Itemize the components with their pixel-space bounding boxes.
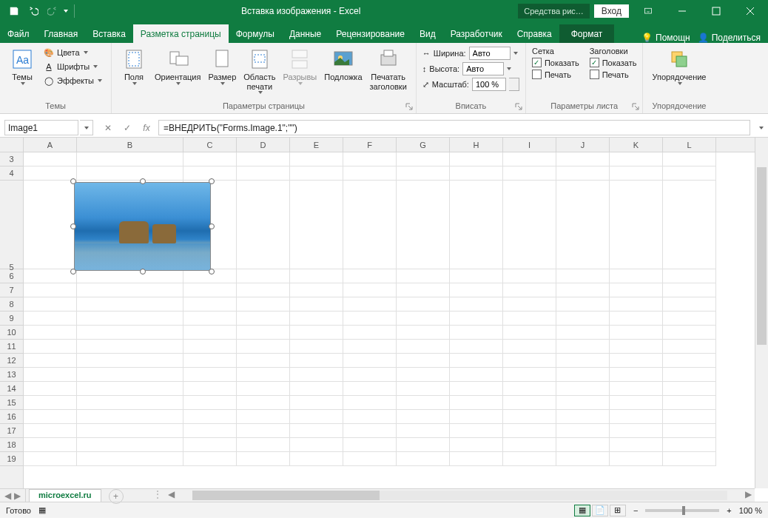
zoom-slider[interactable] (645, 509, 719, 512)
tab-view[interactable]: Вид (412, 24, 443, 43)
tab-developer[interactable]: Разработчик (443, 24, 510, 43)
tab-page-layout[interactable]: Разметка страницы (133, 24, 229, 43)
row-header-8[interactable]: 8 (0, 297, 23, 312)
row-header-6[interactable]: 6 (0, 269, 23, 283)
row-header-10[interactable]: 10 (0, 326, 23, 340)
dialog-launcher-icon[interactable] (514, 102, 523, 111)
gridlines-view-check[interactable]: Показать (532, 57, 579, 68)
cancel-formula-icon[interactable]: ✕ (101, 123, 115, 133)
themes-button[interactable]: Aa Темы (6, 46, 38, 85)
row-header-4[interactable]: 4 (0, 166, 23, 181)
page-layout-view-button[interactable]: 📄 (592, 505, 608, 516)
formula-input[interactable]: =ВНЕДРИТЬ("Forms.Image.1";"") (158, 120, 750, 135)
margins-button[interactable]: Поля (118, 46, 150, 85)
print-titles-button[interactable]: Печататьзаголовки (367, 46, 410, 91)
cells-area[interactable] (24, 152, 755, 488)
col-header-F[interactable]: F (343, 138, 397, 152)
contextual-tools-tab[interactable]: Средства рис… (518, 4, 590, 18)
resize-handle-w[interactable] (70, 223, 76, 229)
theme-colors[interactable]: 🎨Цвета (40, 46, 105, 59)
arrange-button[interactable]: Упорядочение (649, 46, 709, 85)
tab-help[interactable]: Справка (510, 24, 559, 43)
page-break-view-button[interactable]: ⊞ (610, 505, 626, 516)
horizontal-scrollbar[interactable] (192, 491, 727, 500)
size-button[interactable]: Размер (205, 46, 239, 85)
col-header-L[interactable]: L (663, 138, 716, 152)
normal-view-button[interactable]: ▦ (574, 505, 590, 516)
print-area-button[interactable]: Областьпечати (240, 46, 278, 94)
tab-insert[interactable]: Вставка (85, 24, 133, 43)
headings-print-check[interactable]: Печать (590, 69, 637, 80)
resize-handle-s[interactable] (140, 269, 146, 275)
tab-home[interactable]: Главная (37, 24, 86, 43)
resize-handle-e[interactable] (209, 223, 215, 229)
row-header-16[interactable]: 16 (0, 410, 23, 424)
minimize-icon[interactable] (667, 0, 697, 22)
resize-handle-n[interactable] (140, 178, 146, 184)
resize-handle-ne[interactable] (209, 178, 215, 184)
width-input[interactable] (469, 47, 511, 60)
col-header-J[interactable]: J (556, 138, 610, 152)
height-input[interactable] (462, 62, 504, 75)
row-header-5[interactable]: 5 (0, 181, 23, 269)
name-box[interactable]: Image1 (4, 120, 78, 135)
redo-icon[interactable] (44, 3, 61, 19)
tab-file[interactable]: Файл (0, 24, 37, 43)
sheet-nav-next-icon[interactable]: ▶ (14, 491, 21, 501)
dropdown-icon[interactable] (507, 67, 511, 70)
col-header-K[interactable]: K (610, 138, 663, 152)
row-header-3[interactable]: 3 (0, 152, 23, 166)
row-header-14[interactable]: 14 (0, 382, 23, 396)
col-header-A[interactable]: A (24, 138, 77, 152)
insert-function-icon[interactable]: fx (139, 123, 154, 133)
zoom-in-button[interactable]: + (727, 506, 731, 515)
col-header-C[interactable]: C (183, 138, 237, 152)
embedded-image-object[interactable] (74, 182, 211, 271)
row-header-12[interactable]: 12 (0, 354, 23, 368)
row-header-17[interactable]: 17 (0, 424, 23, 438)
zoom-level[interactable]: 100 % (739, 506, 762, 515)
orientation-button[interactable]: Ориентация (152, 46, 203, 85)
sheet-nav-prev-icon[interactable]: ◀ (4, 491, 11, 501)
name-box-dropdown[interactable] (80, 120, 93, 135)
headings-view-check[interactable]: Показать (590, 57, 637, 68)
save-icon[interactable] (6, 3, 22, 19)
breaks-button[interactable]: Разрывы (280, 46, 320, 85)
theme-fonts[interactable]: AШрифты (40, 60, 105, 73)
enter-formula-icon[interactable]: ✓ (120, 123, 135, 133)
login-button[interactable]: Вход (594, 4, 629, 18)
tab-data[interactable]: Данные (282, 24, 329, 43)
theme-effects[interactable]: ◯Эффекты (40, 74, 105, 87)
scale-input[interactable] (472, 78, 506, 91)
col-header-D[interactable]: D (237, 138, 290, 152)
undo-icon[interactable] (25, 3, 41, 19)
gridlines-print-check[interactable]: Печать (532, 69, 579, 80)
dialog-launcher-icon[interactable] (631, 102, 640, 111)
tab-review[interactable]: Рецензирование (329, 24, 412, 43)
select-all-corner[interactable] (0, 138, 24, 152)
close-icon[interactable] (735, 0, 765, 22)
expand-formula-bar-icon[interactable] (755, 118, 768, 137)
row-header-15[interactable]: 15 (0, 396, 23, 410)
row-header-13[interactable]: 13 (0, 368, 23, 382)
col-header-I[interactable]: I (503, 138, 556, 152)
scale-spinner[interactable] (509, 78, 519, 91)
tell-me[interactable]: 💡Помощн (641, 33, 690, 43)
row-header-7[interactable]: 7 (0, 283, 23, 297)
row-header-18[interactable]: 18 (0, 438, 23, 452)
ribbon-options-icon[interactable] (633, 0, 663, 22)
macro-record-icon[interactable]: ▦ (38, 505, 46, 515)
resize-handle-se[interactable] (209, 269, 215, 275)
row-header-9[interactable]: 9 (0, 312, 23, 326)
vertical-scrollbar[interactable] (755, 138, 768, 488)
add-sheet-button[interactable]: + (109, 489, 124, 504)
resize-handle-sw[interactable] (70, 269, 76, 275)
col-header-H[interactable]: H (450, 138, 503, 152)
dialog-launcher-icon[interactable] (405, 102, 414, 111)
qat-dropdown-icon[interactable] (64, 10, 68, 13)
share-button[interactable]: 👤Поделиться (698, 33, 761, 43)
tab-format[interactable]: Формат (559, 24, 615, 43)
col-header-G[interactable]: G (397, 138, 450, 152)
hscroll-left-icon[interactable]: ◀ (165, 489, 178, 502)
hscroll-right-icon[interactable]: ▶ (742, 489, 755, 502)
